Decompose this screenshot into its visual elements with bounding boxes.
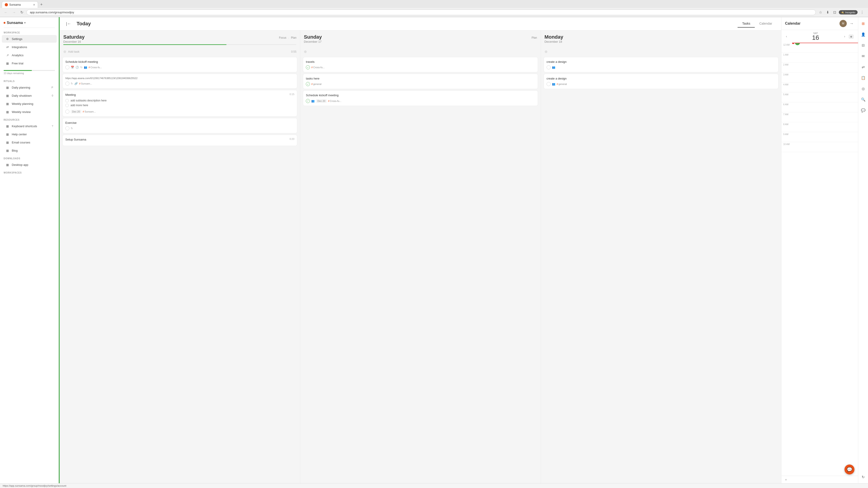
cal-next-button[interactable]: › bbox=[843, 34, 846, 39]
right-icon-notes[interactable]: 📋 bbox=[860, 74, 867, 81]
task-kickoff-check[interactable] bbox=[65, 65, 69, 69]
monday-date: December 18 bbox=[545, 40, 563, 43]
saturday-focus-link[interactable]: Focus bbox=[279, 36, 286, 40]
saturday-plan-link[interactable]: Plan bbox=[291, 36, 296, 40]
nav-actions: ☆ ⬇ ⊡ 🕵 Incognito ⋮ bbox=[817, 9, 865, 15]
forward-button[interactable]: → bbox=[11, 9, 17, 15]
right-icon-grid[interactable]: ⊞ bbox=[860, 20, 867, 27]
right-icon-chat[interactable]: 💬 bbox=[860, 107, 867, 114]
right-icon-people[interactable]: 👤 bbox=[860, 31, 867, 38]
task-kickoff-sunday-check[interactable]: ✓ bbox=[306, 99, 310, 103]
active-tab[interactable]: Sunsama × bbox=[2, 1, 38, 8]
time-label-8am: 8 AM bbox=[781, 122, 793, 126]
tab-close-button[interactable]: × bbox=[33, 3, 35, 6]
sidebar-item-keyboard-shortcuts[interactable]: ▦ Keyboard shortcuts ? bbox=[2, 122, 57, 130]
email-courses-label: Email courses bbox=[12, 141, 53, 144]
sidebar-item-free-trial[interactable]: ▦ Free trial bbox=[2, 59, 57, 67]
weekly-planning-icon: ▦ bbox=[5, 102, 9, 106]
sidebar-item-email-courses[interactable]: ▦ Email courses bbox=[2, 138, 57, 146]
calendar-close-button[interactable]: → bbox=[848, 20, 855, 27]
time-row-3am: 3 AM bbox=[781, 72, 858, 83]
new-tab-button[interactable]: + bbox=[39, 2, 44, 7]
user-avatar[interactable]: M bbox=[839, 20, 847, 27]
monday-add-task[interactable]: ⊕ bbox=[541, 48, 781, 56]
task-design-2-check[interactable] bbox=[547, 82, 551, 86]
sidebar-item-daily-planning[interactable]: ▦ Daily planning P bbox=[2, 84, 57, 91]
address-bar[interactable]: app.sunsama.com/group/moodjoy bbox=[26, 9, 816, 15]
sidebar-item-integrations[interactable]: ⇄ Integrations bbox=[2, 43, 57, 51]
monday-name: Monday bbox=[545, 34, 563, 40]
task-card-kickoff-sunday: Schedule kickoff meeting ✓ 👥 Dec 20 # Cr… bbox=[303, 90, 538, 106]
task-exercise-check[interactable] bbox=[65, 126, 69, 130]
bookmark-button[interactable]: ☆ bbox=[817, 9, 824, 15]
avatar-initials: M bbox=[842, 22, 844, 25]
chat-fab-button[interactable]: 💬 bbox=[844, 464, 855, 475]
extensions-button[interactable]: ⊡ bbox=[832, 9, 837, 15]
right-icon-sync[interactable]: ⇄ bbox=[860, 63, 867, 70]
time-label-5am: 5 AM bbox=[781, 92, 793, 96]
task-meeting-subtask-2: add more here bbox=[65, 103, 294, 108]
monday-progress-bar bbox=[545, 44, 778, 45]
tab-calendar[interactable]: Calendar bbox=[755, 20, 777, 28]
add-task-icon: ⊕ bbox=[63, 50, 66, 54]
saturday-header: Saturday December 16 Focus · Plan bbox=[60, 31, 300, 44]
time-row-9am: 9 AM bbox=[781, 132, 858, 142]
right-icon-location[interactable]: ◎ bbox=[860, 85, 867, 92]
right-icon-table[interactable]: ⊟ bbox=[860, 41, 867, 49]
task-url-tag: # Sunsam... bbox=[79, 82, 92, 85]
weekly-planning-label: Weekly planning bbox=[12, 102, 53, 105]
sidebar-item-daily-shutdown[interactable]: ▦ Daily shutdown 0 bbox=[2, 92, 57, 99]
subtask-2-check[interactable] bbox=[65, 104, 69, 107]
calendar-add-event[interactable]: + bbox=[781, 476, 858, 483]
free-trial-progress-section: 13 days remaining bbox=[0, 67, 59, 77]
task-card-url: https://app.asana.com/0/1206174676385119… bbox=[62, 74, 297, 88]
workspaces-section-label: WORKSPACES bbox=[0, 169, 59, 175]
main-content: |← Today Tasks Calendar Saturday Decembe… bbox=[60, 17, 781, 483]
brand-logo[interactable]: Sunsama ▾ bbox=[4, 21, 55, 25]
sunday-add-task[interactable]: ⊕ bbox=[300, 48, 540, 56]
sidebar-item-analytics[interactable]: ↗ Analytics bbox=[2, 51, 57, 59]
cal-prev-button[interactable]: ‹ bbox=[785, 34, 788, 39]
saturday-total-time: 0:55 bbox=[291, 50, 296, 53]
page-title: Today bbox=[76, 21, 734, 27]
collapse-sidebar-button[interactable]: |← bbox=[64, 21, 73, 27]
sidebar-item-blog[interactable]: ▦ Blog bbox=[2, 147, 57, 154]
time-label-9am: 9 AM bbox=[781, 132, 793, 136]
task-exercise-title: Exercise bbox=[65, 121, 76, 125]
tab-tasks[interactable]: Tasks bbox=[738, 20, 755, 28]
right-icon-refresh[interactable]: ↻ bbox=[860, 473, 867, 481]
task-tasks-here-check[interactable]: ✓ bbox=[306, 82, 310, 86]
task-design-1-check[interactable] bbox=[547, 65, 551, 69]
saturday-add-task[interactable]: ⊕ Add task 0:55 bbox=[60, 48, 300, 56]
url-refresh-icon: ↻ bbox=[71, 82, 73, 85]
task-kickoff-title: Schedule kickoff meeting bbox=[65, 60, 98, 64]
reload-button[interactable]: ↻ bbox=[19, 9, 25, 15]
sidebar-item-desktop-app[interactable]: ▦ Desktop app bbox=[2, 161, 57, 168]
cal-zoom-button[interactable]: ⊕ bbox=[848, 34, 855, 39]
task-url-check[interactable] bbox=[65, 82, 69, 86]
downloads-section-label: DOWNLOADS bbox=[0, 155, 59, 161]
task-travels-check[interactable]: ✓ bbox=[306, 65, 310, 69]
calendar-time-grid: 12 AM ✓ 1 AM 2 AM 3 AM bbox=[781, 43, 858, 476]
brand-caret: ▾ bbox=[24, 21, 26, 24]
settings-icon: ⚙ bbox=[5, 37, 9, 41]
sidebar-item-help-center[interactable]: ▦ Help center bbox=[2, 130, 57, 138]
sidebar-item-weekly-review[interactable]: ▦ Weekly review bbox=[2, 108, 57, 116]
integrations-icon: ⇄ bbox=[5, 45, 9, 49]
back-button[interactable]: ← bbox=[3, 9, 9, 15]
sunday-plan-link[interactable]: Plan bbox=[532, 36, 537, 39]
browser-chrome: Sunsama × + ← → ↻ app.sunsama.com/group/… bbox=[0, 0, 868, 17]
sidebar-item-settings[interactable]: ⚙ Settings bbox=[2, 35, 57, 43]
task-meeting-check[interactable] bbox=[65, 109, 69, 113]
add-event-button[interactable]: + bbox=[785, 478, 787, 482]
task-meeting-time: 0:15 bbox=[289, 93, 294, 96]
tab-bar: Sunsama × + bbox=[0, 0, 868, 8]
header-tabs: Tasks Calendar bbox=[738, 20, 777, 28]
keyboard-shortcuts-badge: ? bbox=[52, 125, 53, 127]
menu-button[interactable]: ⋮ bbox=[859, 9, 865, 15]
sidebar-item-weekly-planning[interactable]: ▦ Weekly planning bbox=[2, 100, 57, 107]
right-icon-mail[interactable]: ✉ bbox=[860, 53, 867, 60]
subtask-1-check[interactable] bbox=[65, 99, 69, 102]
download-button[interactable]: ⬇ bbox=[825, 9, 831, 15]
right-icon-search[interactable]: 🔍 bbox=[860, 96, 867, 103]
